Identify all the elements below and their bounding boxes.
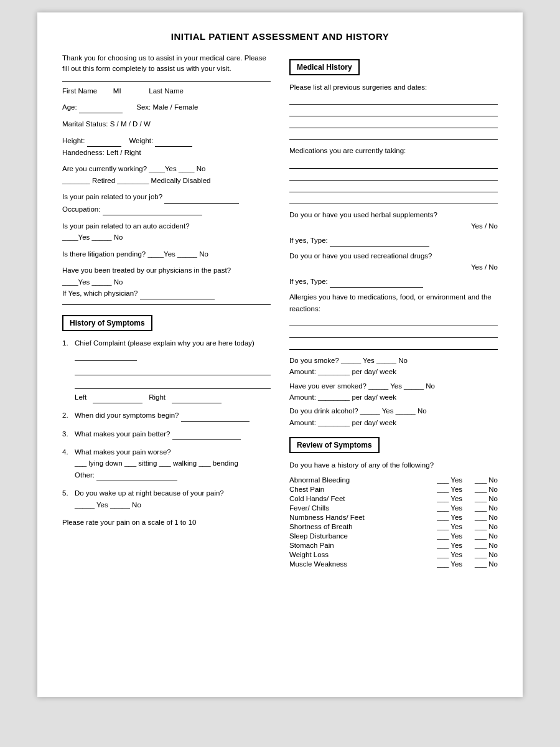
- working-row: Are you currently working? ____Yes ____ …: [62, 163, 271, 186]
- pain-scale-label: Please rate your pain on a scale of 1 to…: [62, 519, 196, 526]
- item2-num: 2.: [62, 410, 72, 421]
- symptom-name-4: Numbness Hands/ Feet: [289, 514, 436, 521]
- symptom-row-2: Cold Hands/ Feet ___Yes ___No: [289, 495, 498, 502]
- working-line1: Are you currently working? ____Yes ____ …: [62, 165, 205, 172]
- yn-yes-1: ___Yes: [437, 486, 462, 493]
- age-label: Age:: [62, 103, 77, 111]
- first-name-label: First Name: [62, 87, 97, 95]
- page: INITIAL PATIENT ASSESSMENT AND HISTORY T…: [37, 12, 523, 697]
- yn-yes-4: ___Yes: [437, 514, 462, 521]
- herbal-text: Do you or have you used herbal supplemen…: [289, 211, 437, 218]
- symptom-name-5: Shortness of Breath: [289, 523, 436, 530]
- pain-scale-row: Please rate your pain on a scale of 1 to…: [62, 517, 271, 528]
- right-column: Medical History Please list all previous…: [289, 53, 498, 570]
- treated-line2: ____Yes _____ No: [62, 278, 123, 286]
- surgery-line-4: [289, 131, 498, 140]
- item1-content: Chief Complaint (please explain why you …: [75, 337, 271, 403]
- item1-left-label: Left: [75, 392, 86, 403]
- height-weight-row: Height: Weight: Handedness: Left / Right: [62, 135, 271, 159]
- symptom-row-3: Fever/ Chills ___Yes ___No: [289, 504, 498, 512]
- weight-label: Weight:: [129, 137, 153, 144]
- symptom-row-0: Abnormal Bleeding ___Yes ___No: [289, 476, 498, 484]
- item2-content: When did your symptoms begin?: [75, 410, 271, 421]
- symptom-name-2: Cold Hands/ Feet: [289, 495, 436, 502]
- sex-label: Sex: Male / Female: [136, 103, 198, 111]
- item5-text: Do you wake up at night because of your …: [75, 489, 224, 497]
- symptom-row-7: Stomach Pain ___Yes ___No: [289, 542, 498, 549]
- symptom-row-9: Muscle Weakness ___Yes ___No: [289, 560, 498, 568]
- smoke-row: Do you smoke? _____ Yes _____ No Amount:…: [289, 355, 498, 378]
- item1-num: 1.: [62, 337, 72, 403]
- intro-text: Thank you for choosing us to assist in y…: [62, 53, 271, 75]
- litigation-row: Is there litigation pending? ____Yes ___…: [62, 248, 271, 260]
- section-divider: [62, 304, 271, 305]
- yn-no-6: ___No: [475, 532, 498, 540]
- allergy-line-3: [289, 341, 498, 350]
- age-sex-row: Age: Sex: Male / Female: [62, 101, 271, 113]
- item5-content: Do you wake up at night because of your …: [75, 487, 271, 510]
- symptoms-table: Abnormal Bleeding ___Yes ___No Chest Pai…: [289, 476, 498, 568]
- item4-num: 4.: [62, 446, 72, 481]
- drugs-label: Do you or have you used recreational dru…: [289, 250, 498, 273]
- allergy-line-1: [289, 317, 498, 326]
- symptom-yn-0: ___Yes ___No: [436, 476, 498, 484]
- yn-no-7: ___No: [475, 542, 498, 549]
- marital-row: Marital Status: S / M / D / W: [62, 118, 271, 129]
- yn-no-4: ___No: [475, 514, 498, 521]
- symptom-name-8: Weight Loss: [289, 551, 436, 558]
- symptom-row-5: Shortness of Breath ___Yes ___No: [289, 523, 498, 530]
- item3-content: What makes your pain better?: [75, 428, 271, 440]
- smoke-label: Do you smoke? _____ Yes _____ No: [289, 357, 408, 364]
- pain-better-item: 3. What makes your pain better?: [62, 428, 271, 440]
- yn-no-9: ___No: [475, 560, 498, 568]
- item2-text: When did your symptoms begin?: [75, 411, 179, 419]
- pain-auto-row: Is your pain related to an auto accident…: [62, 220, 271, 243]
- smoked-amount: Amount: ________ per day/ week: [289, 393, 396, 401]
- height-label: Height:: [62, 137, 85, 144]
- wake-up-item: 5. Do you wake up at night because of yo…: [62, 487, 271, 510]
- yn-yes-8: ___Yes: [437, 551, 462, 558]
- symptom-row-1: Chest Pain ___Yes ___No: [289, 486, 498, 493]
- history-section-title: History of Symptoms: [62, 315, 152, 331]
- pain-job-row: Is your pain related to your job? Occupa…: [62, 191, 271, 215]
- symptom-row-8: Weight Loss ___Yes ___No: [289, 551, 498, 558]
- working-line2: _______ Retired ________ Medically Disab…: [62, 177, 210, 184]
- litigation-label: Is there litigation pending? ____Yes ___…: [62, 250, 208, 258]
- med-line-3: [289, 183, 498, 192]
- surgery-line-2: [289, 107, 498, 116]
- symptom-name-9: Muscle Weakness: [289, 560, 436, 568]
- symptom-yn-9: ___Yes ___No: [436, 560, 498, 568]
- review-section-title: Review of Symptoms: [289, 437, 380, 453]
- occupation-label: Occupation:: [62, 205, 100, 213]
- surgeries-label: Please list all previous surgeries and d…: [289, 82, 498, 93]
- smoked-row: Have you ever smoked? _____ Yes _____ No…: [289, 380, 498, 403]
- drugs-yn: Yes / No: [289, 261, 498, 273]
- pain-job-label: Is your pain related to your job?: [62, 193, 162, 200]
- mi-label: MI: [113, 87, 121, 95]
- smoke-amount: Amount: ________ per day/ week: [289, 368, 396, 375]
- drugs-type-row: If yes, Type:: [289, 276, 498, 288]
- symptom-yn-6: ___Yes ___No: [436, 532, 498, 540]
- pain-worse-item: 4. What makes your pain worse? ___ lying…: [62, 446, 271, 481]
- symptoms-begin-item: 2. When did your symptoms begin?: [62, 410, 271, 421]
- yn-yes-6: ___Yes: [437, 532, 462, 540]
- symptom-yn-3: ___Yes ___No: [436, 504, 498, 512]
- yn-no-1: ___No: [475, 486, 498, 493]
- marital-label: Marital Status: S / M / D / W: [62, 120, 151, 128]
- symptom-name-1: Chest Pain: [289, 486, 436, 493]
- herbal-type-label: If yes, Type:: [289, 237, 328, 244]
- item4-sub: ___ lying down ___ sitting ___ walking _…: [75, 459, 238, 467]
- complaint-item: 1. Chief Complaint (please explain why y…: [62, 337, 271, 403]
- item5-num: 5.: [62, 487, 72, 510]
- symptom-yn-2: ___Yes ___No: [436, 495, 498, 502]
- herbal-type-row: If yes, Type:: [289, 235, 498, 247]
- yn-no-0: ___No: [475, 476, 498, 484]
- yn-yes-3: ___Yes: [437, 504, 462, 512]
- handedness-label: Handedness: Left / Right: [62, 149, 141, 156]
- yn-no-2: ___No: [475, 495, 498, 502]
- med-line-4: [289, 195, 498, 204]
- yn-yes-2: ___Yes: [437, 495, 462, 502]
- symptom-yn-8: ___Yes ___No: [436, 551, 498, 558]
- medications-label: Medications you are currently taking:: [289, 145, 498, 156]
- pain-auto-label: Is your pain related to an auto accident…: [62, 222, 190, 230]
